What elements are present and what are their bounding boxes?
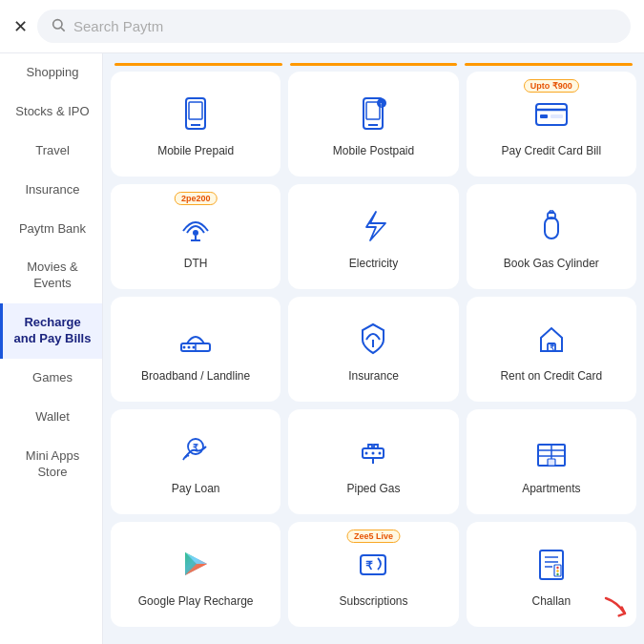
dth-icon — [173, 203, 218, 249]
sidebar: Shopping Stocks & IPO Travel Insurance P… — [0, 53, 103, 644]
sidebar-item-shopping[interactable]: Shopping — [0, 53, 102, 93]
gas-cylinder-icon — [529, 203, 574, 249]
svg-point-26 — [193, 346, 196, 349]
search-bar[interactable]: Search Paytm — [37, 10, 631, 43]
card-broadband-label: Broadband / Landline — [141, 369, 250, 384]
subscriptions-icon: ₹ — [350, 541, 396, 587]
card-challan-label: Challan — [531, 594, 571, 610]
card-pay-loan[interactable]: ₹ Pay Loan — [111, 409, 280, 514]
insurance-icon — [350, 316, 396, 362]
sidebar-item-stocks[interactable]: Stocks & IPO — [0, 93, 102, 132]
svg-point-33 — [365, 452, 368, 455]
svg-text:↑: ↑ — [380, 101, 384, 108]
svg-rect-43 — [361, 555, 385, 574]
card-mobile-prepaid-label: Mobile Prepaid — [157, 144, 234, 159]
card-subscriptions[interactable]: Zee5 Live ₹ Subscriptions — [288, 522, 458, 627]
svg-point-14 — [193, 230, 198, 236]
card-subscriptions-label: Subscriptions — [339, 594, 407, 610]
card-apartments[interactable]: Apartments — [467, 409, 636, 514]
svg-rect-12 — [540, 114, 548, 118]
svg-rect-13 — [551, 114, 563, 118]
sidebar-item-insurance[interactable]: Insurance — [0, 171, 102, 210]
loan-icon: ₹ — [173, 428, 218, 474]
card-mobile-postpaid[interactable]: ↑ Mobile Postpaid — [288, 72, 458, 177]
svg-point-25 — [188, 346, 191, 349]
sidebar-item-mini-apps[interactable]: Mini Apps Store — [0, 437, 102, 492]
scroll-indicator-2 — [290, 63, 458, 66]
card-piped-gas[interactable]: Piped Gas — [288, 409, 458, 514]
sidebar-item-paytm-bank[interactable]: Paytm Bank — [0, 210, 102, 249]
card-google-play[interactable]: Google Play Recharge — [111, 522, 280, 627]
search-icon — [51, 17, 66, 35]
dth-badge: 2pe200 — [175, 192, 218, 205]
svg-point-34 — [372, 452, 375, 455]
sidebar-item-wallet[interactable]: Wallet — [0, 398, 102, 437]
card-dth[interactable]: 2pe200 DTH — [111, 184, 280, 289]
card-rent-label: Rent on Credit Card — [500, 369, 602, 384]
card-rent[interactable]: ₹ Rent on Credit Card — [467, 297, 636, 402]
svg-rect-18 — [548, 213, 555, 218]
card-challan[interactable]: Challan — [467, 522, 636, 627]
svg-point-51 — [556, 571, 558, 572]
card-broadband[interactable]: Broadband / Landline — [111, 297, 280, 402]
scroll-indicator-3 — [465, 63, 633, 66]
card-apartments-label: Apartments — [522, 482, 580, 497]
svg-text:₹: ₹ — [365, 559, 373, 572]
card-pay-credit-card[interactable]: Upto ₹900 Pay Credit Card Bill — [467, 72, 636, 177]
apartments-icon — [529, 428, 574, 474]
card-electricity-label: Electricity — [349, 257, 398, 272]
svg-point-52 — [556, 573, 558, 575]
mobile-prepaid-icon — [173, 91, 218, 136]
header: ✕ Search Paytm — [0, 0, 644, 53]
scroll-indicator-1 — [114, 63, 282, 66]
card-mobile-prepaid[interactable]: Mobile Prepaid — [111, 72, 280, 177]
credit-card-icon — [529, 91, 574, 136]
card-dth-label: DTH — [184, 257, 208, 272]
card-electricity[interactable]: Electricity — [288, 184, 458, 289]
broadband-icon — [173, 316, 218, 362]
mobile-postpaid-icon: ↑ — [350, 91, 396, 136]
search-placeholder: Search Paytm — [73, 18, 163, 34]
electricity-icon — [350, 203, 396, 249]
sidebar-item-movies[interactable]: Movies & Events — [0, 248, 102, 303]
google-play-icon — [173, 541, 218, 587]
svg-text:₹: ₹ — [193, 443, 198, 452]
subscriptions-badge: Zee5 Live — [347, 530, 400, 543]
challan-icon — [529, 541, 574, 587]
svg-line-1 — [61, 28, 65, 31]
content-area: Mobile Prepaid ↑ Mobile Postpaid Upt — [103, 53, 644, 644]
sidebar-item-recharge[interactable]: Recharge and Pay Bills — [0, 303, 102, 359]
services-grid: Mobile Prepaid ↑ Mobile Postpaid Upt — [111, 72, 636, 627]
red-arrow-annotation — [602, 594, 633, 621]
card-google-play-label: Google Play Recharge — [138, 594, 254, 610]
card-pay-credit-card-label: Pay Credit Card Bill — [501, 144, 601, 159]
close-icon[interactable]: ✕ — [13, 16, 28, 37]
card-mobile-postpaid-label: Mobile Postpaid — [333, 144, 414, 159]
card-insurance-label: Insurance — [348, 369, 399, 384]
main-layout: Shopping Stocks & IPO Travel Insurance P… — [0, 53, 644, 644]
svg-point-50 — [556, 567, 558, 569]
sidebar-item-games[interactable]: Games — [0, 359, 102, 398]
svg-point-35 — [379, 452, 382, 455]
svg-rect-17 — [545, 218, 558, 239]
svg-point-0 — [53, 20, 62, 29]
svg-point-24 — [183, 346, 186, 349]
sidebar-item-travel[interactable]: Travel — [0, 132, 102, 171]
credit-card-badge: Upto ₹900 — [524, 79, 579, 93]
scroll-indicators — [111, 63, 636, 72]
card-book-gas[interactable]: Book Gas Cylinder — [467, 184, 636, 289]
svg-rect-41 — [548, 459, 555, 466]
piped-gas-icon — [350, 428, 396, 474]
rent-icon: ₹ — [529, 316, 574, 362]
card-piped-gas-label: Piped Gas — [346, 482, 400, 497]
card-pay-loan-label: Pay Loan — [172, 482, 220, 497]
svg-rect-4 — [189, 102, 202, 119]
card-insurance[interactable]: Insurance — [288, 297, 458, 402]
card-book-gas-label: Book Gas Cylinder — [504, 257, 599, 272]
